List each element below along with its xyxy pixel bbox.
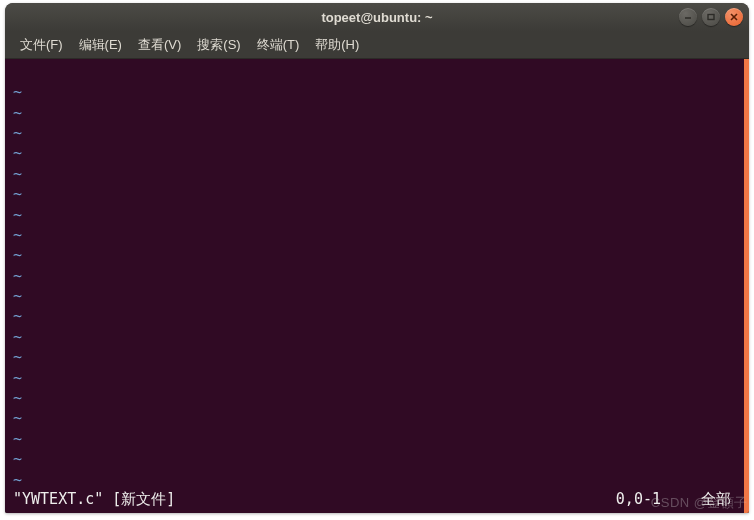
terminal-tilde-line: ~ <box>13 306 741 326</box>
terminal-tilde-line: ~ <box>13 143 741 163</box>
terminal-tilde-line: ~ <box>13 429 741 449</box>
terminal-tilde-line: ~ <box>13 164 741 184</box>
terminal-tilde-line: ~ <box>13 449 741 469</box>
terminal-window: topeet@ubuntu: ~ 文件(F) 编辑(E) 查看(V) 搜索(S)… <box>5 3 749 513</box>
terminal-tilde-line: ~ <box>13 470 741 490</box>
close-button[interactable] <box>725 8 743 26</box>
terminal-tilde-line: ~ <box>13 266 741 286</box>
vim-status-line: "YWTEXT.c" [新文件] 0,0-1 全部 <box>13 490 741 511</box>
svg-rect-1 <box>708 15 714 20</box>
menu-search[interactable]: 搜索(S) <box>190 33 247 57</box>
scrollbar[interactable] <box>744 59 749 513</box>
window-title: topeet@ubuntu: ~ <box>321 10 432 25</box>
titlebar[interactable]: topeet@ubuntu: ~ <box>5 3 749 31</box>
terminal-tilde-line: ~ <box>13 368 741 388</box>
terminal-tilde-line: ~ <box>13 205 741 225</box>
terminal-tilde-line: ~ <box>13 184 741 204</box>
terminal-tilde-line: ~ <box>13 123 741 143</box>
minimize-button[interactable] <box>679 8 697 26</box>
terminal-tilde-line: ~ <box>13 286 741 306</box>
terminal-tilde-line: ~ <box>13 225 741 245</box>
menubar: 文件(F) 编辑(E) 查看(V) 搜索(S) 终端(T) 帮助(H) <box>5 31 749 59</box>
vim-status-cursor: 0,0-1 <box>616 490 661 509</box>
vim-status-mode: 全部 <box>701 490 731 509</box>
menu-help[interactable]: 帮助(H) <box>308 33 366 57</box>
minimize-icon <box>683 12 693 22</box>
menu-file[interactable]: 文件(F) <box>13 33 70 57</box>
menu-edit[interactable]: 编辑(E) <box>72 33 129 57</box>
window-controls <box>679 8 743 26</box>
menu-view[interactable]: 查看(V) <box>131 33 188 57</box>
terminal-tilde-line: ~ <box>13 347 741 367</box>
maximize-icon <box>706 12 716 22</box>
terminal-tilde-line: ~ <box>13 327 741 347</box>
close-icon <box>729 12 739 22</box>
maximize-button[interactable] <box>702 8 720 26</box>
terminal-lines: ~~~~~~~~~~~~~~~~~~~~ <box>13 63 741 490</box>
vim-status-file: "YWTEXT.c" [新文件] <box>13 490 175 509</box>
terminal-line-blank <box>13 63 741 82</box>
terminal-area[interactable]: ~~~~~~~~~~~~~~~~~~~~ "YWTEXT.c" [新文件] 0,… <box>5 59 749 513</box>
terminal-tilde-line: ~ <box>13 245 741 265</box>
terminal-tilde-line: ~ <box>13 388 741 408</box>
terminal-tilde-line: ~ <box>13 103 741 123</box>
terminal-tilde-line: ~ <box>13 82 741 102</box>
terminal-tilde-line: ~ <box>13 408 741 428</box>
menu-terminal[interactable]: 终端(T) <box>250 33 307 57</box>
